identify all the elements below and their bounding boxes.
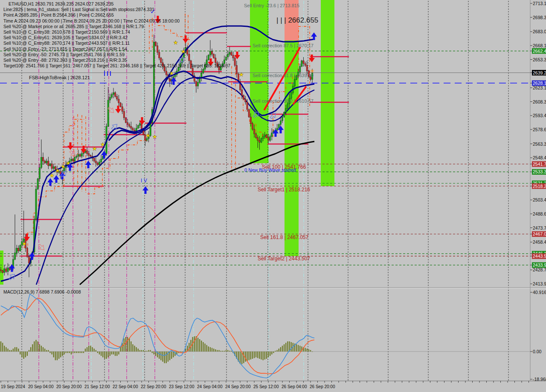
macd-histogram-bar bbox=[116, 352, 117, 356]
macd-histogram-bar bbox=[16, 347, 17, 352]
candle-up bbox=[227, 54, 229, 57]
price-axis-label: 2563.340 bbox=[533, 141, 546, 147]
candle-up bbox=[49, 164, 51, 166]
candle-down bbox=[157, 46, 158, 52]
macd-histogram-bar bbox=[37, 341, 38, 352]
annotation-text: Sell Target2 | 2443.507 bbox=[258, 256, 310, 262]
macd-histogram-bar bbox=[307, 349, 308, 352]
macd-histogram-bar bbox=[43, 347, 44, 352]
candle-down bbox=[231, 52, 232, 55]
candle-down bbox=[79, 155, 81, 156]
macd-histogram-bar bbox=[7, 349, 8, 352]
candle-up bbox=[209, 52, 211, 55]
candle-down bbox=[42, 157, 44, 161]
candle-down bbox=[195, 81, 197, 86]
annotation-text: 0 New Buy Wave started bbox=[244, 167, 296, 173]
macd-histogram-bar bbox=[6, 347, 6, 352]
candle-up bbox=[203, 69, 204, 73]
macd-histogram-bar bbox=[25, 352, 26, 357]
star-icon: ★ bbox=[55, 167, 60, 173]
macd-histogram-bar bbox=[256, 352, 256, 357]
info-line: Sell %10 @ Entry -23: 2713.815 || Target… bbox=[3, 46, 127, 52]
price-chart-surface[interactable]: ★★★★★★★★★★★★★✳ETHUSD,H1 2630.791 2639.23… bbox=[0, 0, 546, 392]
star-icon: ★ bbox=[153, 134, 157, 140]
time-axis-label: 24 Sep 04:00 bbox=[197, 384, 223, 389]
macd-histogram-bar bbox=[71, 352, 72, 355]
macd-histogram-bar bbox=[212, 348, 212, 352]
candle-up bbox=[301, 61, 302, 66]
candle-down bbox=[252, 124, 253, 129]
price-axis-label: 2698.340 bbox=[533, 15, 546, 20]
macd-histogram-bar bbox=[139, 350, 140, 352]
macd-histogram-bar bbox=[154, 352, 154, 355]
macd-histogram-bar bbox=[115, 352, 116, 356]
macd-histogram-bar bbox=[83, 352, 84, 353]
info-line: Sell %20 @ Entry -88: 2792.393 || Target… bbox=[3, 58, 127, 63]
candle-down bbox=[73, 159, 74, 161]
macd-histogram-bar bbox=[120, 347, 121, 352]
macd-histogram-bar bbox=[264, 352, 265, 360]
price-badge-label: 2533.385 bbox=[533, 169, 546, 174]
candle-up bbox=[41, 157, 42, 167]
candle-down bbox=[88, 153, 90, 155]
macd-histogram-bar bbox=[20, 352, 20, 355]
candle-down bbox=[267, 138, 269, 141]
macd-histogram-bar bbox=[201, 340, 202, 352]
price-axis-label: 2428.790 bbox=[533, 267, 546, 272]
annotation-text: Sell 161.8 | 2467.057 bbox=[260, 234, 309, 240]
candle-up bbox=[78, 155, 79, 156]
macd-histogram-bar bbox=[143, 350, 144, 352]
macd-histogram-bar bbox=[252, 352, 253, 359]
macd-histogram-bar bbox=[107, 352, 108, 357]
macd-histogram-bar bbox=[220, 351, 221, 352]
macd-histogram-bar bbox=[171, 352, 172, 359]
macd-histogram-bar bbox=[23, 352, 24, 359]
macd-histogram-bar bbox=[218, 350, 219, 352]
time-axis-label: 22 Sep 04:00 bbox=[113, 384, 138, 389]
candle-down bbox=[169, 78, 170, 81]
star-icon: ★ bbox=[50, 173, 55, 179]
macd-histogram-bar bbox=[67, 352, 68, 353]
macd-histogram-bar bbox=[312, 352, 313, 352]
macd-histogram-bar bbox=[240, 352, 241, 364]
candle-down bbox=[87, 151, 88, 154]
candle-up bbox=[35, 189, 37, 219]
candle-up bbox=[136, 128, 137, 131]
macd-histogram-bar bbox=[2, 343, 3, 352]
candle-down bbox=[132, 128, 134, 130]
candle-down bbox=[253, 129, 255, 134]
macd-histogram-bar bbox=[194, 336, 195, 352]
info-line: Sell %10 @ C_Entry88: 2670.174 || Target… bbox=[3, 40, 130, 46]
macd-histogram-bar bbox=[164, 352, 165, 363]
price-badge-label: 2639.235 bbox=[533, 70, 546, 75]
info-line: Sell %20 @ Market price or at: 2685.285 … bbox=[3, 24, 144, 29]
candle-down bbox=[118, 99, 119, 103]
macd-histogram-bar bbox=[148, 350, 149, 352]
macd-histogram-bar bbox=[85, 349, 86, 352]
macd-histogram-bar bbox=[97, 352, 98, 353]
price-axis-label: 2548.490 bbox=[533, 155, 546, 160]
macd-histogram-bar bbox=[270, 352, 270, 356]
candle-down bbox=[266, 135, 267, 138]
macd-histogram-bar bbox=[29, 350, 29, 352]
macd-histogram-bar bbox=[262, 352, 263, 360]
star-icon: ★ bbox=[181, 49, 186, 55]
candle-up bbox=[81, 153, 82, 156]
macd-histogram-bar bbox=[57, 352, 58, 360]
macd-histogram-bar bbox=[227, 350, 228, 352]
macd-histogram-bar bbox=[0, 341, 1, 352]
candle-up bbox=[287, 104, 288, 109]
candle-up bbox=[107, 100, 109, 127]
candle-down bbox=[115, 92, 116, 96]
macd-histogram-bar bbox=[104, 352, 105, 359]
macd-histogram-bar bbox=[203, 342, 203, 352]
time-axis-label: 24 Sep 20:00 bbox=[225, 384, 251, 389]
macd-histogram-bar bbox=[145, 351, 145, 352]
info-line: Point A:2685.285 | Point B:2564.396 | Po… bbox=[3, 12, 114, 17]
macd-histogram-bar bbox=[49, 352, 50, 353]
info-line: Sell %10 @ C_Entry38: 2610.578 || Target… bbox=[3, 29, 130, 35]
macd-histogram-bar bbox=[129, 338, 130, 352]
candle-down bbox=[122, 107, 123, 111]
price-axis-label: 2488.640 bbox=[533, 211, 546, 216]
macd-histogram-bar bbox=[34, 341, 35, 352]
